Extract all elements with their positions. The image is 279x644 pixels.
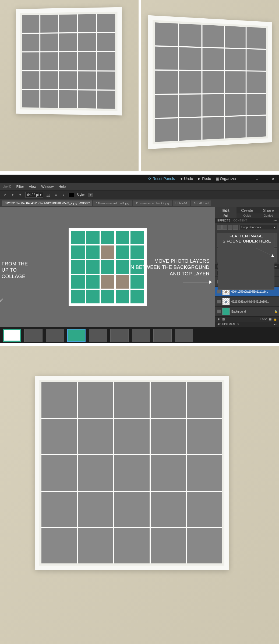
arrow-icon [0,299,3,307]
effects-filter-icon[interactable] [222,225,227,230]
subtab-guided[interactable]: Guided [258,213,279,218]
adjustments-head: ADJUSTMENTS [217,323,239,326]
align-left-icon[interactable]: ≡ [54,192,58,197]
reset-panels-button[interactable]: ⟳ Reset Panels [148,176,175,181]
right-panel: Edit Create Share Full Quick Guided EFFE… [215,207,279,327]
document-tab[interactable]: 11businesscardfront1.jpg [93,200,132,206]
effects-filter-icon[interactable] [228,225,232,230]
panel-menu-icon[interactable]: ▸≡ [274,219,277,222]
effects-category-dropdown[interactable]: Drop Shadows▾ [239,225,277,230]
bin-thumbnail[interactable] [132,329,150,342]
menu-window[interactable]: Window [41,185,54,189]
menu-view[interactable]: View [29,185,36,189]
undo-button[interactable]: ◄ Undo [179,176,193,181]
effects-grid: FLATTEN IMAGE IS FOUND UNDER HERE [215,231,279,264]
minimize-icon[interactable]: – [256,177,260,181]
delete-layer-icon[interactable]: 🗑 [217,318,220,321]
antialias-icon[interactable]: a̲a̲ [46,192,51,197]
layer-thumbnail [222,298,230,305]
font-size-field[interactable]: 64.22 pt ▾ [25,192,43,198]
effects-filter-icon[interactable] [233,225,238,230]
annotation-left: FROM THE UP TO COLLAGE [2,261,28,280]
panel-menu-icon[interactable]: ▸≡ [274,323,277,326]
align-center-icon[interactable]: ≡ [61,192,66,197]
close-icon[interactable]: × [272,177,276,181]
bin-thumbnail[interactable] [175,329,193,342]
tool-icon[interactable]: A [3,192,8,197]
layer-row[interactable]: Background 🔒 [215,306,279,316]
document-tab[interactable]: 16x20 tund [191,200,211,206]
framed-photo-left [0,0,139,171]
photoshop-elements-window: ⟳ Reset Panels ◄ Undo ► Redo ▦ Organizer… [0,175,279,343]
styles-label: Styles [77,193,86,197]
layer-row[interactable]: 012632d1ab04b8484611e198... [215,296,279,306]
bin-thumbnail[interactable] [3,329,21,342]
lock-icon: 🔒 [274,310,277,313]
white-frame [16,7,122,116]
options-bar: A ▾ ▾ 64.22 pt ▾ a̲a̲ ≡ ≡ Styles ▾ [0,190,279,199]
subtab-quick[interactable]: Quick [236,213,258,218]
annotation-flatten: FLATTEN IMAGE IS FOUND UNDER HERE [218,233,274,290]
bin-thumbnail[interactable] [67,329,86,342]
tab-create[interactable]: Create [236,207,258,213]
bin-thumbnail[interactable] [46,329,64,342]
bin-thumbnail[interactable] [153,329,172,342]
visibility-icon[interactable] [217,300,221,303]
layer-name: 012632d1ab04b8484611e198... [231,300,277,303]
effects-head: EFFECTS [217,219,231,222]
menu-help[interactable]: Help [59,185,66,189]
subtab-full[interactable]: Full [215,213,236,218]
title-bar: ⟳ Reset Panels ◄ Undo ► Redo ▦ Organizer… [0,175,279,183]
layer-thumbnail [222,308,230,315]
canvas-area[interactable]: FROM THE UP TO COLLAGE MOVE PHOTO LAYERS… [0,207,215,327]
new-layer-icon[interactable]: ◫ [222,318,225,321]
effects-filter-icon[interactable] [217,225,222,230]
lock-label: Lock: [260,318,267,321]
lock-all-icon[interactable]: 🔒 [274,318,277,321]
organizer-button[interactable]: ▦ Organizer [216,176,236,181]
tab-edit[interactable]: Edit [215,207,236,213]
color-swatch[interactable] [69,193,74,197]
white-frame [35,376,229,570]
menu-bar: obe ID Filter View Window Help [0,183,279,190]
bin-thumbnail[interactable] [24,329,43,342]
style-swatch[interactable]: ▾ [88,193,93,197]
top-photo-row [0,0,279,171]
visibility-icon[interactable] [217,290,221,293]
visibility-icon[interactable] [217,310,221,313]
document-tab[interactable]: Untitle&1 [173,200,190,206]
white-frame [148,15,272,149]
bottom-photo [0,346,279,644]
maximize-icon[interactable]: □ [264,177,268,181]
menu-filter[interactable]: Filter [16,185,24,189]
annotation-right: MOVE PHOTO LAYERS IN BETWEEN THE BACKGRO… [129,258,210,277]
layer-name: Background [231,310,273,313]
document-tab[interactable]: 11businesscardback2.jpg [133,200,172,206]
project-bin [0,327,279,343]
bin-thumbnail[interactable] [89,329,107,342]
document-tab[interactable]: 012632d1ab04b8484611e1abb012313818b65e3_… [2,200,92,206]
framed-photo-right [141,0,279,171]
font-family-icon[interactable]: ▾ [10,192,15,197]
font-style-icon[interactable]: ▾ [18,192,23,197]
tab-share[interactable]: Share [258,207,279,213]
document-tabs: 012632d1ab04b8484611e1abb012313818b65e3_… [0,199,279,207]
content-head[interactable]: CONTENT [233,219,247,222]
layer-name: 02041257e0fa104f6c11e1ab... [231,290,277,293]
lock-pixels-icon[interactable]: ▩ [269,318,271,321]
bin-thumbnail[interactable] [110,329,129,342]
arrow-icon [183,282,210,282]
redo-button[interactable]: ► Redo [197,176,211,181]
